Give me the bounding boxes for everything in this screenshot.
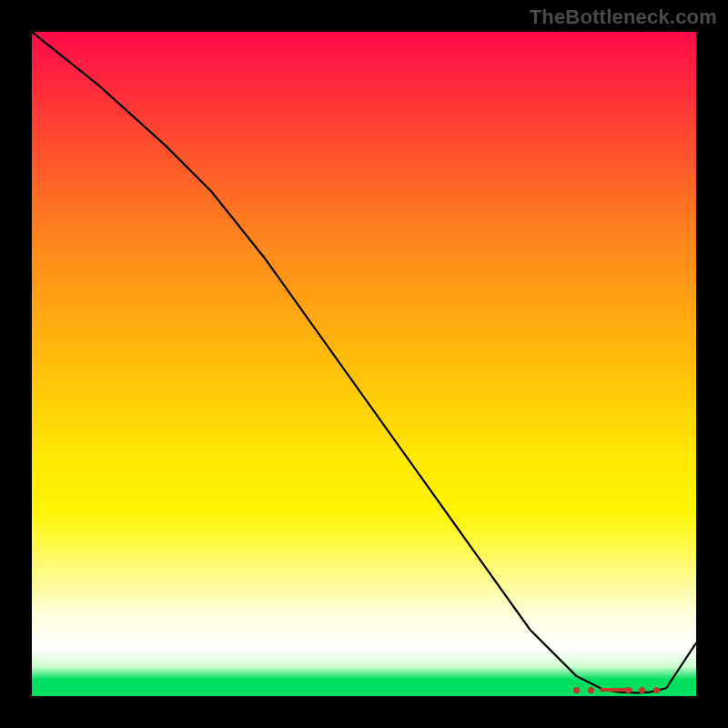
chart-frame: TheBottleneck.com	[0, 0, 728, 728]
watermark-text: TheBottleneck.com	[530, 5, 717, 29]
plot-area	[32, 32, 696, 696]
line-curve	[32, 32, 696, 696]
